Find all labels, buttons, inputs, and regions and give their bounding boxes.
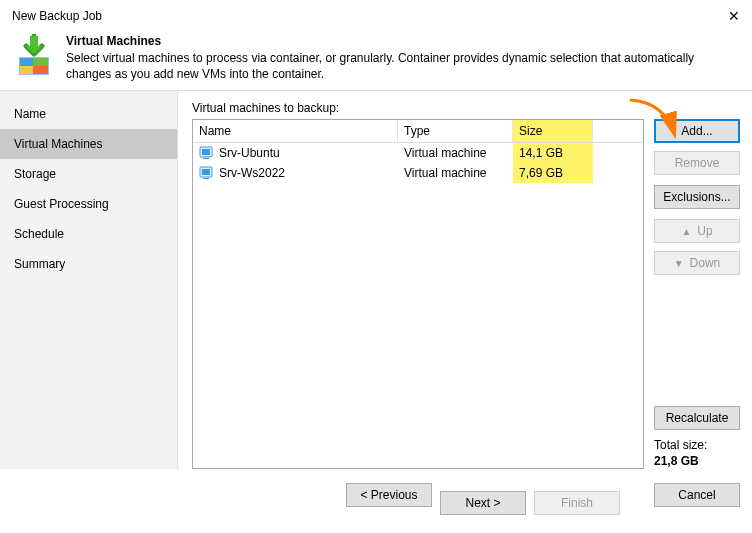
exclusions-button[interactable]: Exclusions... <box>654 185 740 209</box>
svg-rect-6 <box>202 149 210 155</box>
total-size-value: 21,8 GB <box>654 454 740 470</box>
vm-type: Virtual machine <box>398 143 513 163</box>
svg-rect-7 <box>203 158 209 159</box>
col-header-size[interactable]: Size <box>513 120 593 142</box>
vm-icon <box>199 166 213 180</box>
svg-rect-2 <box>33 58 48 66</box>
svg-rect-9 <box>202 169 210 175</box>
nav-item-schedule[interactable]: Schedule <box>0 219 177 249</box>
move-down-label: Down <box>690 256 721 270</box>
vm-list[interactable]: Name Type Size <box>192 119 644 469</box>
move-down-button[interactable]: ▼ Down <box>654 251 740 275</box>
recalculate-button[interactable]: Recalculate <box>654 406 740 430</box>
col-header-name[interactable]: Name <box>193 120 398 142</box>
svg-rect-10 <box>203 178 209 179</box>
previous-button[interactable]: < Previous <box>346 483 432 507</box>
vm-name: Srv-Ubuntu <box>219 146 280 160</box>
svg-rect-4 <box>33 66 48 74</box>
page-description: Select virtual machines to process via c… <box>66 50 740 82</box>
vm-name: Srv-Ws2022 <box>219 166 285 180</box>
vm-size: 7,69 GB <box>513 163 593 183</box>
table-row[interactable]: Srv-Ubuntu Virtual machine 14,1 GB <box>193 143 643 163</box>
total-size-label: Total size: <box>654 438 740 454</box>
page-title: Virtual Machines <box>66 34 740 48</box>
wizard-nav: Name Virtual Machines Storage Guest Proc… <box>0 91 178 469</box>
move-up-label: Up <box>697 224 712 238</box>
close-icon[interactable]: ✕ <box>728 8 740 24</box>
total-size: Total size: 21,8 GB <box>654 438 740 469</box>
nav-item-virtual-machines[interactable]: Virtual Machines <box>0 129 177 159</box>
list-label: Virtual machines to backup: <box>192 101 740 115</box>
table-row[interactable]: Srv-Ws2022 Virtual machine 7,69 GB <box>193 163 643 183</box>
col-header-type[interactable]: Type <box>398 120 513 142</box>
nav-item-name[interactable]: Name <box>0 99 177 129</box>
step-icon <box>12 34 56 78</box>
remove-button[interactable]: Remove <box>654 151 740 175</box>
svg-rect-1 <box>20 58 33 66</box>
nav-item-storage[interactable]: Storage <box>0 159 177 189</box>
add-button[interactable]: Add... <box>654 119 740 143</box>
arrow-up-icon: ▲ <box>681 226 691 237</box>
vm-type: Virtual machine <box>398 163 513 183</box>
nav-item-summary[interactable]: Summary <box>0 249 177 279</box>
vm-size: 14,1 GB <box>513 143 593 163</box>
cancel-button[interactable]: Cancel <box>654 483 740 507</box>
vm-icon <box>199 146 213 160</box>
finish-button[interactable]: Finish <box>534 491 620 515</box>
next-button[interactable]: Next > <box>440 491 526 515</box>
move-up-button[interactable]: ▲ Up <box>654 219 740 243</box>
svg-rect-3 <box>20 66 33 74</box>
list-header: Name Type Size <box>193 120 643 143</box>
window-title: New Backup Job <box>12 9 102 23</box>
arrow-down-icon: ▼ <box>674 258 684 269</box>
nav-item-guest-processing[interactable]: Guest Processing <box>0 189 177 219</box>
